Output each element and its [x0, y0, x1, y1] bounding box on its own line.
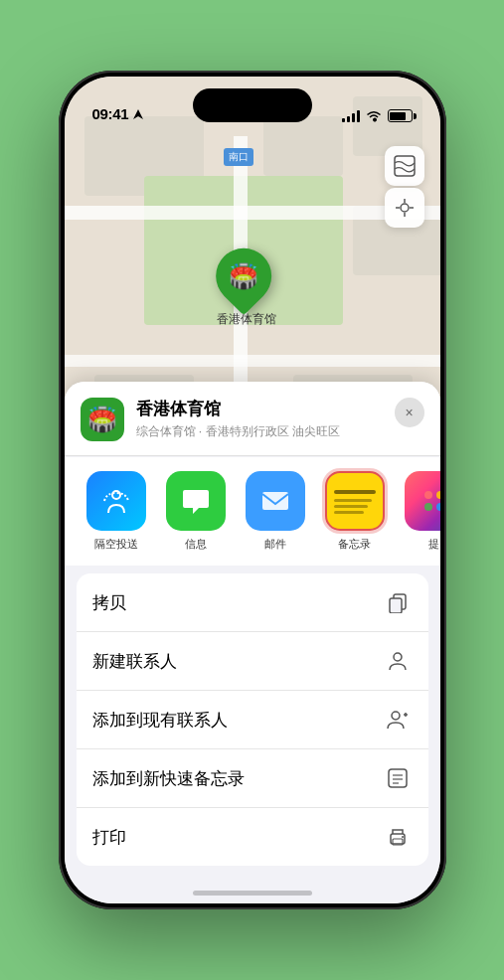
copy-label: 拷贝 [92, 591, 383, 614]
map-controls [385, 146, 424, 228]
venue-name: 香港体育馆 [136, 398, 383, 420]
svg-point-2 [401, 204, 409, 212]
venue-icon: 🏟️ [81, 398, 124, 441]
location-arrow-icon [132, 108, 144, 120]
print-icon [383, 822, 413, 852]
wifi-icon [366, 110, 382, 122]
status-time: 09:41 [92, 105, 129, 122]
svg-rect-8 [262, 492, 288, 510]
location-header: 🏟️ 香港体育馆 综合体育馆 · 香港特别行政区 油尖旺区 × [65, 382, 440, 456]
notes-icon [325, 471, 385, 531]
location-marker: 🏟️ 香港体育馆 [217, 245, 276, 328]
battery-icon [388, 109, 413, 122]
add-existing-label: 添加到现有联系人 [92, 709, 383, 732]
share-apps-container: 隔空投送 信息 [65, 457, 440, 566]
signal-icon [342, 110, 360, 122]
action-copy[interactable]: 拷贝 [77, 573, 428, 632]
close-button[interactable]: × [395, 398, 424, 427]
marker-pin: 🏟️ [204, 237, 282, 315]
add-notes-label: 添加到新快速备忘录 [92, 767, 383, 790]
messages-label: 信息 [185, 537, 207, 552]
share-app-messages[interactable]: 信息 [160, 471, 232, 552]
share-app-more[interactable]: 提 [399, 471, 440, 552]
share-app-mail[interactable]: 邮件 [240, 471, 311, 552]
location-button[interactable] [385, 188, 424, 228]
status-icons [342, 109, 413, 122]
add-notes-icon [383, 763, 413, 793]
print-label: 打印 [92, 826, 383, 849]
copy-icon [383, 587, 413, 617]
map-type-button[interactable] [385, 146, 424, 186]
location-info: 香港体育馆 综合体育馆 · 香港特别行政区 油尖旺区 [136, 398, 383, 440]
home-indicator [193, 891, 312, 896]
svg-point-21 [402, 836, 404, 838]
mail-icon [246, 471, 305, 531]
dynamic-island [193, 88, 312, 122]
svg-point-12 [392, 712, 400, 720]
new-contact-label: 新建联系人 [92, 650, 383, 673]
svg-rect-15 [389, 769, 407, 787]
more-label: 提 [428, 537, 439, 552]
svg-marker-0 [133, 109, 143, 119]
notes-label: 备忘录 [338, 537, 371, 552]
map-label: 南口 [224, 148, 253, 166]
venue-subtitle: 综合体育馆 · 香港特别行政区 油尖旺区 [136, 423, 383, 440]
share-app-notes[interactable]: 备忘录 [319, 471, 391, 552]
action-print[interactable]: 打印 [77, 808, 428, 866]
more-icon [405, 471, 440, 531]
airdrop-label: 隔空投送 [94, 537, 138, 552]
airdrop-icon [86, 471, 146, 531]
phone-screen: 09:41 [65, 77, 440, 903]
action-list: 拷贝 新建联系人 [77, 573, 428, 866]
share-app-airdrop[interactable]: 隔空投送 [81, 471, 152, 552]
share-apps-row: 隔空投送 信息 [81, 471, 424, 552]
phone-frame: 09:41 [59, 71, 446, 909]
svg-rect-10 [390, 598, 402, 613]
svg-point-11 [394, 653, 402, 661]
action-add-existing[interactable]: 添加到现有联系人 [77, 691, 428, 749]
svg-rect-1 [395, 156, 415, 176]
add-existing-icon [383, 705, 413, 735]
action-new-contact[interactable]: 新建联系人 [77, 632, 428, 691]
messages-icon [166, 471, 226, 531]
action-add-notes[interactable]: 添加到新快速备忘录 [77, 749, 428, 808]
marker-label: 香港体育馆 [217, 311, 276, 328]
new-contact-icon [383, 646, 413, 676]
mail-label: 邮件 [264, 537, 286, 552]
bottom-sheet: 🏟️ 香港体育馆 综合体育馆 · 香港特别行政区 油尖旺区 × [65, 382, 440, 903]
